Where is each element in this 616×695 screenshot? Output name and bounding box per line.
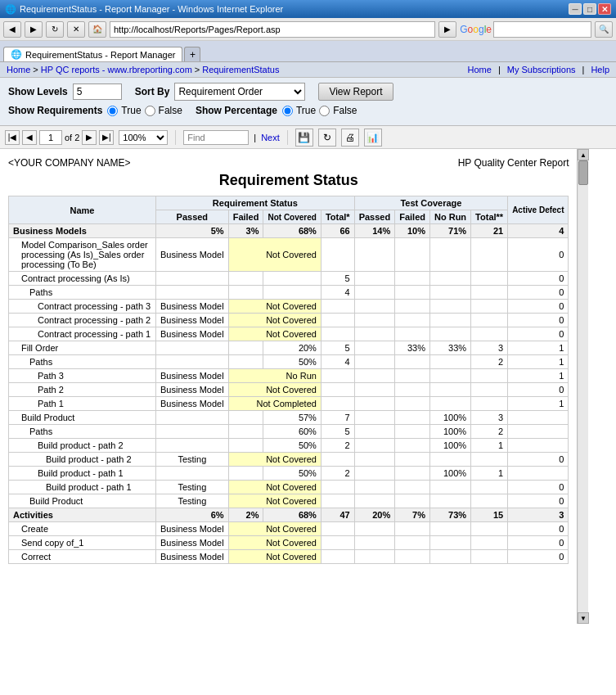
row-empty5 — [471, 494, 508, 508]
row-empty4 — [429, 397, 470, 411]
row-not-covered-span: Not Covered — [228, 453, 321, 467]
row-not-covered-span: Not Covered — [228, 314, 321, 327]
show-req-true-label: True — [121, 105, 141, 116]
row-not-covered-span: Not Covered — [228, 494, 321, 508]
row-empty4 — [395, 439, 430, 453]
row-name: Build product - path 2 — [9, 453, 156, 467]
row-not-covered: 20% — [263, 341, 321, 355]
row-empty5 — [471, 383, 508, 397]
table-row: Paths 60% 5 100% 2 — [9, 425, 569, 439]
show-req-false-radio[interactable] — [145, 106, 155, 116]
row-failed: 2% — [228, 508, 263, 522]
refresh-report-button[interactable]: ↻ — [318, 129, 336, 147]
row-total: 66 — [321, 224, 354, 238]
export-button[interactable]: 💾 — [295, 129, 313, 147]
row-empty3 — [395, 300, 430, 314]
row-empty — [156, 439, 229, 453]
row-active: 3 — [508, 508, 569, 522]
row-name: Path 3 — [9, 369, 156, 383]
next-page-button[interactable]: ▶ — [82, 130, 97, 145]
breadcrumb-current[interactable]: RequirementStatus — [202, 65, 279, 74]
row-empty2 — [228, 425, 263, 439]
row-type: Business Model — [156, 300, 229, 314]
row-empty4 — [429, 383, 470, 397]
th-tc-total: Total** — [471, 210, 508, 224]
go-button[interactable]: ▶ — [438, 21, 456, 38]
forward-button[interactable]: ▶ — [25, 21, 43, 38]
breadcrumb-home[interactable]: Home — [7, 65, 30, 74]
prev-page-button[interactable]: ◀ — [22, 130, 37, 145]
row-not-covered-span: Not Covered — [228, 481, 321, 494]
row-type: Testing — [156, 481, 229, 494]
row-no-run: 73% — [429, 508, 470, 522]
page-number-input[interactable] — [39, 130, 62, 145]
row-tc-failed: 7% — [395, 508, 430, 522]
row-empty2 — [228, 411, 263, 425]
new-tab-button[interactable]: + — [184, 47, 200, 61]
row-name: Build product - path 1 — [9, 481, 156, 494]
search-button[interactable]: 🔍 — [595, 21, 613, 38]
first-page-button[interactable]: |◀ — [5, 130, 20, 145]
row-active — [508, 425, 569, 439]
page-navigation: |◀ ◀ of 2 ▶ ▶| — [5, 130, 114, 145]
stop-button[interactable]: ✕ — [67, 21, 85, 38]
restore-button[interactable]: □ — [583, 3, 596, 15]
minimize-button[interactable]: ─ — [569, 3, 582, 15]
row-empty3 — [354, 355, 395, 369]
home-nav-button[interactable]: 🏠 — [88, 21, 106, 38]
row-empty5 — [471, 453, 508, 467]
row-empty2 — [354, 397, 395, 411]
th-passed: Passed — [156, 210, 229, 224]
close-button[interactable]: ✕ — [598, 3, 611, 15]
back-button[interactable]: ◀ — [3, 21, 21, 38]
scroll-track[interactable] — [578, 160, 588, 612]
title-bar: 🌐 RequirementStatus - Report Manager - W… — [0, 0, 616, 18]
company-name: <YOUR COMPANY NAME> — [8, 157, 131, 169]
zoom-select[interactable]: 100% — [119, 130, 168, 145]
row-empty3 — [354, 341, 395, 355]
table-row: Path 2 Business Model Not Covered 0 — [9, 383, 569, 397]
row-empty4 — [429, 522, 470, 536]
row-empty4 — [395, 467, 430, 481]
row-empty5 — [395, 272, 430, 286]
row-active: 0 — [508, 453, 569, 467]
window-controls[interactable]: ─ □ ✕ — [569, 3, 611, 15]
view-report-button[interactable]: View Report — [318, 83, 393, 101]
show-pct-false-radio[interactable] — [319, 106, 330, 116]
table-row: Contract processing - path 1 Business Mo… — [9, 327, 569, 341]
th-active-defect: Active Defect — [508, 196, 569, 224]
row-type: Testing — [156, 494, 229, 508]
nav-home-link[interactable]: Home — [468, 65, 492, 74]
scroll-thumb[interactable] — [578, 160, 588, 185]
nav-subscriptions-link[interactable]: My Subscriptions — [507, 65, 576, 74]
row-empty2 — [354, 314, 395, 327]
show-req-label: Show Requirements — [8, 105, 102, 116]
show-levels-input[interactable] — [73, 83, 122, 100]
row-not-covered: 50% — [263, 467, 321, 481]
row-no-run: 100% — [429, 411, 470, 425]
last-page-button[interactable]: ▶| — [99, 130, 114, 145]
find-next-label[interactable]: Next — [261, 133, 280, 142]
print-button[interactable]: 🖨 — [341, 129, 359, 147]
scroll-up-arrow[interactable]: ▲ — [578, 149, 589, 160]
show-req-true-radio[interactable] — [107, 106, 118, 116]
refresh-button[interactable]: ↻ — [46, 21, 64, 38]
row-name: Paths — [9, 286, 156, 300]
active-tab[interactable]: 🌐 RequirementStatus - Report Manager — [3, 47, 182, 61]
page-total: 2 — [74, 133, 79, 142]
row-empty6 — [429, 286, 470, 300]
address-input[interactable] — [110, 21, 435, 38]
sort-by-select[interactable]: Requirement Order Name Status — [174, 83, 305, 101]
page-of-label: of — [65, 133, 72, 142]
find-input[interactable] — [183, 130, 249, 145]
row-empty4 — [429, 327, 470, 341]
th-tc-failed: Failed — [395, 210, 430, 224]
row-active — [508, 439, 569, 453]
show-pct-true-radio[interactable] — [282, 106, 293, 116]
breadcrumb-hpqc[interactable]: HP QC reports - www.rbreporting.com — [41, 65, 192, 74]
scroll-down-arrow[interactable]: ▼ — [578, 612, 589, 624]
vertical-scrollbar[interactable]: ▲ ▼ — [577, 149, 588, 624]
google-search-input[interactable] — [493, 21, 591, 38]
nav-help-link[interactable]: Help — [591, 65, 609, 74]
layout-button[interactable]: 📊 — [364, 129, 382, 147]
